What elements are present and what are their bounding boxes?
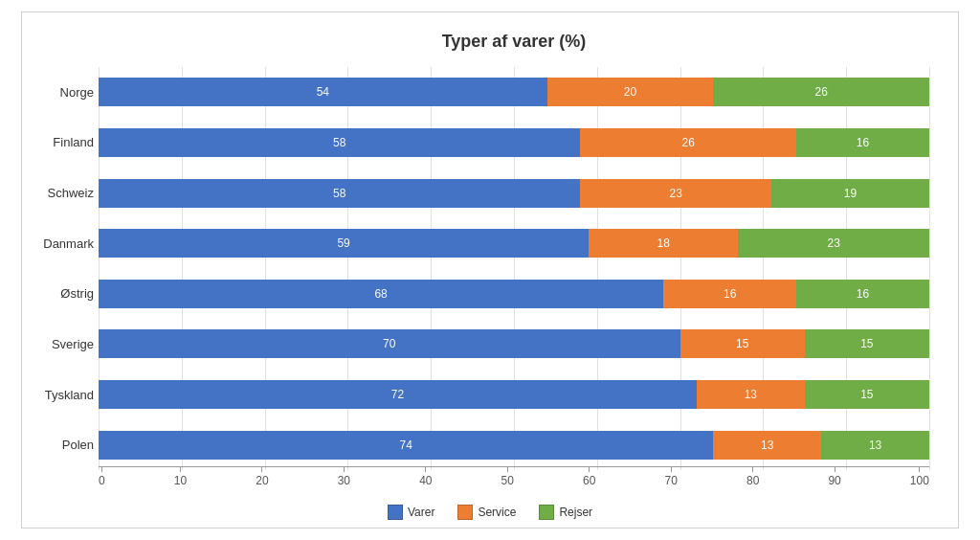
legend-varer: Varer [388, 505, 434, 520]
bar-varer-segment: 74 [99, 431, 713, 460]
legend-service: Service [457, 505, 516, 520]
bar-track: 542026 [99, 78, 929, 106]
row-label: Schweiz [27, 186, 94, 200]
bar-rejser-segment: 19 [771, 179, 929, 208]
chart-row: Polen741313 [99, 427, 929, 463]
x-tick: 80 [746, 467, 759, 487]
bar-varer-segment: 72 [99, 380, 697, 409]
x-tick-line [425, 467, 426, 472]
bar-track: 582616 [99, 128, 929, 157]
x-tick-label: 20 [256, 474, 268, 487]
x-tick-line [344, 467, 345, 472]
x-tick-line [919, 467, 920, 472]
x-tick-label: 60 [583, 474, 595, 487]
legend-varer-box [388, 505, 403, 520]
bar-varer-segment: 58 [99, 128, 580, 157]
bar-track: 681616 [99, 280, 929, 308]
bar-rejser-segment: 16 [796, 128, 929, 157]
chart-row: Danmark591823 [99, 225, 929, 261]
bar-varer-segment: 68 [99, 280, 663, 308]
x-tick: 20 [256, 467, 268, 487]
legend-varer-label: Varer [408, 506, 434, 519]
legend-rejser-label: Rejser [559, 506, 592, 519]
x-tick-line [752, 467, 753, 472]
chart-row: Norge542026 [99, 74, 929, 110]
chart-row: Finland582616 [99, 124, 929, 161]
x-tick-label: 0 [99, 474, 105, 487]
chart-row: Østrig681616 [99, 276, 929, 312]
x-tick-label: 100 [910, 474, 929, 487]
bar-track: 741313 [99, 431, 929, 460]
x-tick: 70 [665, 467, 678, 487]
row-label: Finland [27, 135, 94, 149]
bar-rejser-segment: 15 [805, 380, 929, 409]
bar-varer-segment: 70 [99, 329, 680, 358]
chart-title: Typer af varer (%) [99, 32, 929, 52]
x-tick-label: 70 [665, 474, 678, 487]
bar-service-segment: 16 [663, 280, 796, 308]
bar-track: 582319 [99, 179, 929, 208]
x-tick: 100 [910, 467, 929, 487]
grid-line [929, 67, 930, 470]
bar-service-segment: 13 [697, 380, 805, 409]
bar-service-segment: 20 [547, 78, 714, 106]
bar-rejser-segment: 15 [805, 329, 929, 358]
x-tick-label: 40 [419, 474, 432, 487]
chart-container: Typer af varer (%) Norge542026Finland582… [21, 11, 959, 529]
bar-track: 721315 [99, 380, 929, 409]
x-tick-label: 50 [501, 474, 514, 487]
chart-row: Sverige701515 [99, 326, 929, 362]
x-tick-label: 90 [828, 474, 840, 487]
row-label: Polen [27, 438, 94, 452]
x-tick: 60 [583, 467, 595, 487]
x-tick-label: 10 [174, 474, 187, 487]
x-axis: 0102030405060708090100 [99, 466, 929, 487]
bar-service-segment: 26 [580, 128, 796, 157]
bar-service-segment: 23 [580, 179, 771, 208]
x-tick: 30 [338, 467, 350, 487]
x-tick-line [835, 467, 835, 472]
row-label: Tyskland [27, 388, 94, 402]
bar-rejser-segment: 23 [738, 229, 929, 258]
bar-service-segment: 15 [680, 329, 805, 358]
x-tick: 0 [99, 467, 105, 487]
bar-varer-segment: 54 [99, 78, 547, 106]
bar-varer-segment: 59 [99, 229, 589, 258]
x-tick-line [589, 467, 590, 472]
bar-service-segment: 18 [589, 229, 738, 258]
bar-track: 591823 [99, 229, 929, 258]
chart-row: Schweiz582319 [99, 175, 929, 212]
row-label: Danmark [27, 236, 94, 251]
x-tick-line [261, 467, 262, 472]
row-label: Norge [27, 85, 94, 100]
x-tick-line [101, 467, 102, 472]
bar-varer-segment: 58 [99, 179, 580, 208]
x-tick-line [180, 467, 181, 472]
x-tick: 40 [419, 467, 432, 487]
bar-service-segment: 13 [713, 431, 821, 460]
bar-rejser-segment: 13 [821, 431, 929, 460]
row-label: Sverige [27, 337, 94, 351]
x-tick-line [671, 467, 672, 472]
x-tick-label: 30 [338, 474, 350, 487]
x-tick: 10 [174, 467, 187, 487]
bar-track: 701515 [99, 329, 929, 358]
legend-service-label: Service [478, 506, 516, 519]
x-tick: 90 [828, 467, 840, 487]
bar-rejser-segment: 16 [796, 280, 929, 308]
chart-area: Norge542026Finland582616Schweiz582319Dan… [99, 67, 929, 470]
x-tick-label: 80 [746, 474, 759, 487]
chart-row: Tyskland721315 [99, 376, 929, 413]
legend: Varer Service Rejser [22, 505, 958, 520]
x-tick-line [507, 467, 508, 472]
bar-rejser-segment: 26 [713, 78, 929, 106]
x-tick: 50 [501, 467, 514, 487]
legend-service-box [457, 505, 473, 520]
row-label: Østrig [27, 286, 94, 301]
legend-rejser-box [539, 505, 554, 520]
legend-rejser: Rejser [539, 505, 592, 520]
